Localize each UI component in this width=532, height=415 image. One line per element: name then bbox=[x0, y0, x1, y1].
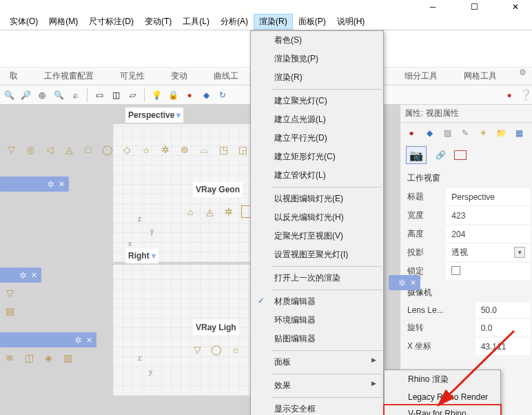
tool-plane-icon[interactable]: ▱ bbox=[126, 89, 139, 101]
close-icon[interactable]: ✕ bbox=[31, 271, 37, 280]
viewport-right-title[interactable]: Right ▾ bbox=[125, 248, 158, 263]
cone-icon[interactable]: ◁ bbox=[43, 143, 57, 156]
render-menu-item[interactable]: 效果▶ bbox=[251, 376, 383, 395]
panel-pill-4[interactable]: ✲ ✕ bbox=[389, 275, 420, 290]
tab-mesh-tools[interactable]: 网格工具 bbox=[457, 68, 504, 85]
layers-icon[interactable]: ◆ bbox=[422, 127, 436, 139]
grid-icon[interactable]: ▥ bbox=[61, 352, 74, 364]
panel-pill-2[interactable]: ✲ ✕ bbox=[0, 267, 41, 283]
projection-dropdown-icon[interactable]: ▾ bbox=[514, 247, 525, 258]
tool-box-icon[interactable]: ▭ bbox=[93, 89, 105, 101]
tab-visibility[interactable]: 可见性 bbox=[113, 68, 152, 85]
panel-pill-1[interactable]: ✲ ✕ bbox=[0, 176, 69, 192]
tool-red-dot-icon[interactable]: ● bbox=[503, 89, 515, 101]
tab-subd-tools[interactable]: 细分工具 bbox=[398, 68, 444, 85]
rect-light-icon[interactable]: □ bbox=[81, 143, 95, 156]
chevron-down-icon[interactable]: ▾ bbox=[152, 251, 156, 261]
diamond-icon[interactable]: ◇ bbox=[120, 143, 134, 156]
render-menu-item[interactable]: 贴图编辑器 bbox=[251, 330, 383, 348]
cube1-icon[interactable]: ◳ bbox=[216, 143, 230, 156]
tool-zoom-window-icon[interactable]: ⌕ bbox=[69, 89, 81, 101]
render-menu-item[interactable]: 建立点光源(L) bbox=[251, 110, 383, 129]
panel-icon[interactable]: ◫ bbox=[22, 352, 36, 364]
sun-icon[interactable]: ☼ bbox=[139, 143, 153, 156]
camera-button[interactable]: 📷 bbox=[406, 146, 427, 164]
render-menu-item[interactable]: 着色(S) bbox=[251, 31, 383, 50]
tabs-gear-icon[interactable]: ⚙ bbox=[519, 68, 526, 85]
tool-zoom-icon[interactable]: 🔍 bbox=[3, 89, 15, 101]
menu-transform[interactable]: 变动(T) bbox=[139, 14, 177, 30]
menu-panels[interactable]: 面板(P) bbox=[293, 14, 331, 30]
tab-transform[interactable]: 变动 bbox=[164, 68, 194, 85]
dome-icon[interactable]: ⌓ bbox=[197, 143, 211, 156]
panel-pill-3[interactable]: ✲ ✕ bbox=[0, 332, 96, 347]
menu-render[interactable]: 渲染(R) bbox=[254, 14, 293, 30]
render-menu-item[interactable]: 渲染预览(P) bbox=[251, 50, 383, 68]
scatter-icon[interactable]: ✲ bbox=[222, 205, 236, 218]
maximize-button[interactable]: ☐ bbox=[463, 0, 485, 14]
renderer-legacy[interactable]: Legacy Rhino Render bbox=[385, 389, 500, 405]
chevron-down-icon[interactable]: ▾ bbox=[176, 110, 181, 120]
tab-extract[interactable]: 取 bbox=[3, 68, 25, 85]
close-icon[interactable]: ✕ bbox=[59, 180, 65, 189]
lock-checkbox[interactable] bbox=[451, 266, 460, 275]
rect-icon[interactable] bbox=[454, 150, 467, 160]
render-menu-item[interactable]: 设置视图至聚光灯(I) bbox=[251, 245, 383, 264]
tool-lock-icon[interactable]: 🔒 bbox=[167, 89, 179, 101]
page-icon[interactable]: ▤ bbox=[3, 305, 17, 317]
spotlight-icon[interactable]: ▽ bbox=[4, 143, 18, 156]
proxy-icon[interactable]: ⌂ bbox=[183, 205, 197, 218]
diamond2-icon[interactable]: ◈ bbox=[41, 352, 55, 364]
menu-tools[interactable]: 工具(L) bbox=[177, 14, 215, 30]
menu-solid[interactable]: 实体(O) bbox=[4, 14, 43, 30]
tool-cylinder-icon[interactable]: ◫ bbox=[110, 89, 122, 101]
ring-icon[interactable]: ⊚ bbox=[178, 143, 192, 156]
circle-light-icon[interactable]: ◯ bbox=[101, 143, 114, 156]
tool-zoom-extents-icon[interactable]: 🔎 bbox=[19, 89, 32, 101]
render-menu-item[interactable]: 环境编辑器 bbox=[251, 311, 383, 330]
render-menu-item[interactable]: 材质编辑器✓ bbox=[251, 292, 383, 311]
tab-viewport-layout[interactable]: 工作视窗配置 bbox=[37, 68, 101, 85]
menu-dimension[interactable]: 尺寸标注(D) bbox=[83, 14, 139, 30]
tab-curve-tools[interactable]: 曲线工 bbox=[207, 68, 245, 85]
close-icon[interactable]: ✕ bbox=[86, 336, 92, 345]
renderer-rhino[interactable]: Rhino 渲染 bbox=[385, 370, 500, 389]
close-icon[interactable]: ✕ bbox=[410, 279, 416, 287]
menu-help[interactable]: 说明(H) bbox=[331, 14, 371, 30]
vlight2-icon[interactable]: ◯ bbox=[209, 343, 223, 356]
tool-help-icon[interactable]: ❔ bbox=[520, 89, 532, 101]
spot-icon[interactable]: ▽ bbox=[3, 287, 17, 299]
render-menu-item[interactable]: 建立管状灯(L) bbox=[251, 166, 383, 185]
tool-bulb-icon[interactable]: 💡 bbox=[150, 89, 163, 101]
render-menu-item[interactable]: 以反光编辑灯光(H) bbox=[251, 208, 383, 227]
render-menu-item[interactable]: 定聚光灯至视图(V) bbox=[251, 227, 383, 245]
cube2-icon[interactable]: ◲ bbox=[236, 143, 249, 156]
tool-target-icon[interactable]: ◎ bbox=[36, 89, 48, 101]
sun2-icon[interactable]: ☀ bbox=[476, 127, 490, 139]
renderer-vray[interactable]: V-Ray for Rhino bbox=[385, 405, 500, 415]
render-menu-item[interactable]: 渲染(R) bbox=[251, 68, 383, 87]
render-menu-item[interactable]: 建立矩形灯光(C) bbox=[251, 148, 383, 166]
tool-zoom-out-icon[interactable]: 🔍 bbox=[52, 89, 65, 101]
wand-icon[interactable]: ✎ bbox=[458, 127, 472, 139]
fur-icon[interactable]: ◬ bbox=[203, 205, 216, 218]
area-light-icon[interactable]: ◬ bbox=[62, 143, 76, 156]
render-menu-item[interactable]: 显示安全框 bbox=[251, 400, 383, 415]
render-menu-item[interactable]: 以视图编辑灯光(E) bbox=[251, 190, 383, 208]
tool-layers-icon[interactable]: ◆ bbox=[200, 89, 212, 101]
chain-icon[interactable]: 🔗 bbox=[433, 149, 447, 161]
viewport-perspective-title[interactable]: Perspective ▾ bbox=[125, 108, 183, 123]
texture-icon[interactable]: ▨ bbox=[440, 127, 454, 139]
vlight3-icon[interactable]: ☼ bbox=[229, 343, 243, 356]
folder-icon[interactable]: 📁 bbox=[494, 127, 508, 139]
menu-analyze[interactable]: 分析(A) bbox=[215, 14, 254, 30]
close-button[interactable]: ✕ bbox=[504, 0, 526, 14]
menu-mesh[interactable]: 网格(M) bbox=[43, 14, 83, 30]
material-icon[interactable]: ● bbox=[405, 127, 418, 139]
waves-icon[interactable]: ≋ bbox=[3, 352, 17, 364]
grid2-icon[interactable]: ▦ bbox=[512, 127, 526, 139]
tool-refresh-icon[interactable]: ↻ bbox=[216, 89, 229, 101]
render-menu-item[interactable]: 建立聚光灯(C) bbox=[251, 92, 383, 110]
render-menu-item[interactable]: 打开上一次的渲染 bbox=[251, 269, 383, 287]
tool-sphere-red-icon[interactable]: ● bbox=[183, 89, 196, 101]
